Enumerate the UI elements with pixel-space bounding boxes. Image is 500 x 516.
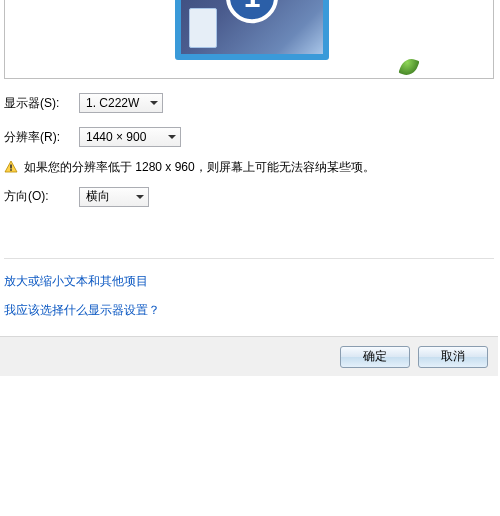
- svg-rect-0: [10, 165, 12, 169]
- monitor-number-badge: 1: [226, 0, 278, 23]
- display-label: 显示器(S):: [4, 95, 79, 112]
- svg-rect-1: [10, 169, 12, 171]
- which-display-link[interactable]: 我应该选择什么显示器设置？: [4, 302, 160, 319]
- resolution-warning: 如果您的分辨率低于 1280 x 960，则屏幕上可能无法容纳某些项。: [4, 160, 494, 176]
- help-links: 放大或缩小文本和其他项目 我应该选择什么显示器设置？: [4, 258, 494, 331]
- orientation-dropdown[interactable]: 横向: [79, 187, 149, 207]
- resolution-value: 1440 × 900: [86, 130, 160, 144]
- orientation-value: 横向: [86, 188, 128, 205]
- monitor-preview-panel: 1: [4, 0, 494, 79]
- display-value: 1. C222W: [86, 96, 142, 110]
- monitor-thumbnail[interactable]: 1: [175, 0, 329, 60]
- cancel-button[interactable]: 取消: [418, 346, 488, 368]
- orientation-row: 方向(O): 横向: [4, 186, 494, 208]
- chevron-down-icon: [150, 101, 158, 105]
- dialog-button-bar: 确定 取消: [0, 336, 498, 376]
- resolution-dropdown[interactable]: 1440 × 900: [79, 127, 181, 147]
- warning-text: 如果您的分辨率低于 1280 x 960，则屏幕上可能无法容纳某些项。: [24, 160, 375, 176]
- warning-icon: [4, 160, 18, 174]
- resize-text-link[interactable]: 放大或缩小文本和其他项目: [4, 273, 148, 290]
- display-dropdown[interactable]: 1. C222W: [79, 93, 163, 113]
- orientation-label: 方向(O):: [4, 188, 79, 205]
- resolution-row: 分辨率(R): 1440 × 900: [4, 126, 494, 148]
- chevron-down-icon: [136, 195, 144, 199]
- chevron-down-icon: [168, 135, 176, 139]
- resolution-label: 分辨率(R):: [4, 129, 79, 146]
- display-row: 显示器(S): 1. C222W: [4, 92, 494, 114]
- leaf-decoration: [398, 56, 419, 78]
- ok-button[interactable]: 确定: [340, 346, 410, 368]
- display-settings-form: 显示器(S): 1. C222W 分辨率(R): 1440 × 900 如果您的…: [4, 92, 494, 220]
